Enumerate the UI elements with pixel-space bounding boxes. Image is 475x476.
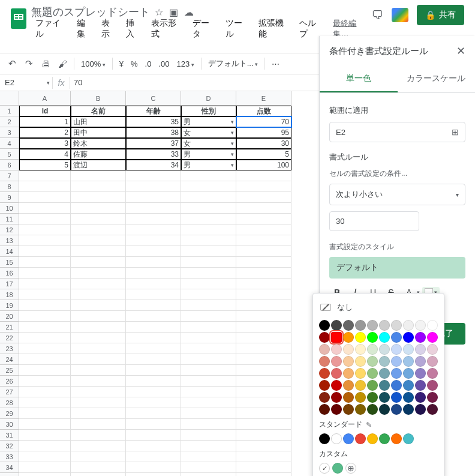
color-swatch[interactable] bbox=[427, 404, 438, 415]
color-swatch[interactable] bbox=[319, 380, 330, 391]
dropdown-arrow-icon[interactable]: ▾ bbox=[231, 151, 234, 157]
cell-A32[interactable] bbox=[19, 441, 71, 451]
row-header-32[interactable]: 32 bbox=[0, 441, 19, 451]
color-swatch[interactable] bbox=[403, 368, 414, 379]
cell-D32[interactable] bbox=[181, 441, 236, 451]
cell-B18[interactable] bbox=[71, 289, 126, 300]
cell-C3[interactable]: 38 bbox=[126, 127, 181, 138]
color-swatch[interactable] bbox=[331, 404, 342, 415]
row-header-35[interactable]: 35 bbox=[0, 473, 19, 476]
cell-D26[interactable] bbox=[181, 376, 236, 387]
menu-表示形式[interactable]: 表示形式 bbox=[147, 17, 188, 41]
cell-E25[interactable] bbox=[236, 365, 291, 376]
share-button[interactable]: 🔒 共有 bbox=[417, 5, 464, 25]
cell-D33[interactable] bbox=[181, 451, 236, 462]
color-swatch[interactable] bbox=[403, 344, 414, 355]
cell-A25[interactable] bbox=[19, 365, 71, 376]
color-swatch[interactable] bbox=[379, 404, 390, 415]
cell-C22[interactable] bbox=[126, 333, 181, 343]
color-swatch[interactable] bbox=[427, 392, 438, 403]
cell-A30[interactable] bbox=[19, 419, 71, 430]
cell-D2[interactable]: 男▾ bbox=[181, 116, 236, 127]
row-header-11[interactable]: 11 bbox=[0, 214, 19, 224]
menu-表示[interactable]: 表示 bbox=[97, 17, 122, 41]
meet-icon[interactable] bbox=[392, 8, 408, 22]
color-swatch[interactable] bbox=[379, 320, 390, 331]
cell-E23[interactable] bbox=[236, 343, 291, 354]
menu-拡張機能[interactable]: 拡張機能 bbox=[254, 17, 296, 41]
more-toolbar-button[interactable]: ⋯ bbox=[269, 59, 282, 68]
cell-A16[interactable] bbox=[19, 268, 71, 279]
color-swatch[interactable] bbox=[391, 380, 402, 391]
reset-color-row[interactable]: なし bbox=[319, 300, 438, 318]
color-swatch[interactable] bbox=[403, 332, 414, 343]
tab-color-scale[interactable]: カラースケール bbox=[398, 66, 476, 92]
cell-B35[interactable] bbox=[71, 473, 126, 476]
cell-A8[interactable] bbox=[19, 181, 71, 192]
color-swatch[interactable] bbox=[355, 356, 366, 367]
cell-E6[interactable]: 100 bbox=[236, 160, 291, 170]
cell-E14[interactable] bbox=[236, 246, 291, 257]
cell-E15[interactable] bbox=[236, 257, 291, 268]
row-header-13[interactable]: 13 bbox=[0, 235, 19, 246]
cell-E4[interactable]: 30 bbox=[236, 138, 291, 149]
col-header-A[interactable]: A bbox=[19, 91, 71, 106]
cell-A24[interactable] bbox=[19, 354, 71, 365]
row-header-8[interactable]: 8 bbox=[0, 181, 19, 192]
cell-E28[interactable] bbox=[236, 397, 291, 408]
menu-編集[interactable]: 編集 bbox=[73, 17, 97, 41]
cell-B26[interactable] bbox=[71, 376, 126, 387]
cell-D34[interactable] bbox=[181, 462, 236, 473]
row-header-3[interactable]: 3 bbox=[0, 127, 19, 138]
cell-D21[interactable] bbox=[181, 322, 236, 333]
color-swatch[interactable] bbox=[319, 344, 330, 355]
cell-D6[interactable]: 男▾ bbox=[181, 160, 236, 170]
edit-standard-icon[interactable]: ✎ bbox=[366, 421, 372, 429]
cell-E30[interactable] bbox=[236, 419, 291, 430]
color-swatch[interactable] bbox=[319, 368, 330, 379]
cell-C13[interactable] bbox=[126, 235, 181, 246]
row-header-2[interactable]: 2 bbox=[0, 116, 19, 127]
cell-C26[interactable] bbox=[126, 376, 181, 387]
menu-挿入[interactable]: 挿入 bbox=[122, 17, 146, 41]
font-select[interactable]: デフォルト... bbox=[206, 58, 260, 69]
color-swatch[interactable] bbox=[391, 344, 402, 355]
cell-C27[interactable] bbox=[126, 387, 181, 397]
cell-A29[interactable] bbox=[19, 408, 71, 419]
cell-E22[interactable] bbox=[236, 333, 291, 343]
cell-B34[interactable] bbox=[71, 462, 126, 473]
cell-D10[interactable] bbox=[181, 203, 236, 214]
row-header-20[interactable]: 20 bbox=[0, 311, 19, 322]
color-swatch[interactable] bbox=[343, 368, 354, 379]
row-header-10[interactable]: 10 bbox=[0, 203, 19, 214]
cell-A13[interactable] bbox=[19, 235, 71, 246]
cell-E35[interactable] bbox=[236, 473, 291, 476]
cell-B21[interactable] bbox=[71, 322, 126, 333]
number-format-select[interactable]: 123 bbox=[174, 59, 196, 68]
cell-B14[interactable] bbox=[71, 246, 126, 257]
standard-color-swatch[interactable] bbox=[403, 433, 414, 444]
cell-A22[interactable] bbox=[19, 333, 71, 343]
color-swatch[interactable] bbox=[331, 344, 342, 355]
dropdown-arrow-icon[interactable]: ▾ bbox=[231, 130, 234, 136]
color-swatch[interactable] bbox=[343, 344, 354, 355]
cell-E29[interactable] bbox=[236, 408, 291, 419]
cell-C18[interactable] bbox=[126, 289, 181, 300]
cell-A15[interactable] bbox=[19, 257, 71, 268]
cell-D4[interactable]: 女▾ bbox=[181, 138, 236, 149]
cell-A10[interactable] bbox=[19, 203, 71, 214]
menu-データ[interactable]: データ bbox=[188, 17, 221, 41]
cell-D14[interactable] bbox=[181, 246, 236, 257]
color-swatch[interactable] bbox=[403, 320, 414, 331]
undo-icon[interactable]: ↶ bbox=[5, 56, 19, 71]
cell-E8[interactable] bbox=[236, 181, 291, 192]
custom-color-current[interactable]: ✓ bbox=[319, 463, 330, 474]
select-all-corner[interactable] bbox=[0, 91, 19, 106]
row-header-25[interactable]: 25 bbox=[0, 365, 19, 376]
cell-D29[interactable] bbox=[181, 408, 236, 419]
condition-select[interactable]: 次より小さい ▾ bbox=[329, 184, 465, 205]
cell-E3[interactable]: 95 bbox=[236, 127, 291, 138]
spreadsheet-grid[interactable]: ABCDE 1234567891011121314151617181920212… bbox=[0, 91, 315, 476]
color-swatch[interactable] bbox=[355, 368, 366, 379]
cell-A26[interactable] bbox=[19, 376, 71, 387]
